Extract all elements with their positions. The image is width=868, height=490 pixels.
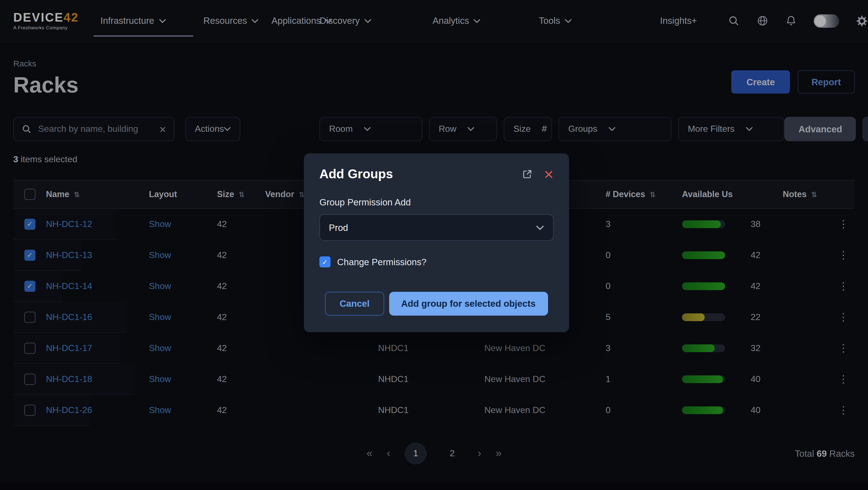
add-groups-modal: Add Groups × Group Permission Add Prod ✓… [304, 153, 569, 332]
check-icon: ✓ [322, 258, 328, 266]
change-permissions-checkbox[interactable]: ✓ [319, 256, 331, 268]
change-permissions-label: Change Permissions? [337, 257, 427, 267]
group-permission-add-label: Group Permission Add [319, 197, 554, 208]
cancel-button[interactable]: Cancel [325, 292, 384, 315]
add-group-submit-button[interactable]: Add group for selected objects [389, 292, 548, 315]
chevron-down-icon [536, 225, 544, 230]
modal-title: Add Groups [319, 167, 393, 182]
group-select[interactable]: Prod [319, 214, 554, 241]
app-root: DEVICE42 A Freshworks Company Infrastruc… [0, 0, 868, 490]
expand-modal-icon[interactable] [522, 169, 533, 179]
group-select-value: Prod [329, 222, 348, 233]
close-modal-icon[interactable]: × [544, 169, 554, 180]
